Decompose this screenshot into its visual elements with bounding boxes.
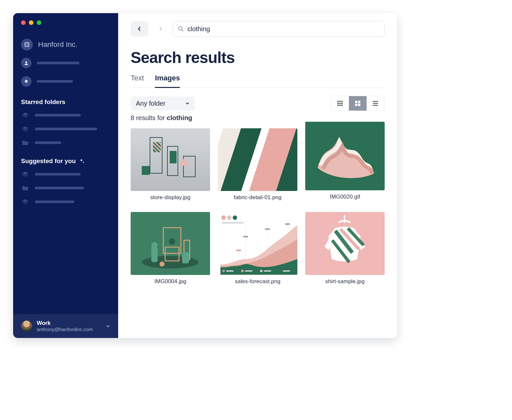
result-filename: shirt-sample.jpg xyxy=(325,278,365,285)
view-grid-small-button[interactable] xyxy=(331,96,349,111)
controls-row: Any folder xyxy=(131,96,385,111)
suggested-item[interactable] xyxy=(13,181,118,195)
sidebar-item-starred[interactable] xyxy=(13,72,118,91)
sidebar-item-label xyxy=(35,187,84,189)
svg-rect-36 xyxy=(243,236,248,238)
svg-rect-10 xyxy=(337,103,339,104)
avatar xyxy=(21,321,32,332)
close-window-button[interactable] xyxy=(21,20,26,25)
svg-point-6 xyxy=(179,27,182,30)
sidebar-item-people[interactable] xyxy=(13,54,118,72)
result-filename: sales-forecast.png xyxy=(235,278,281,285)
nav-back-button[interactable] xyxy=(131,21,148,37)
results-grid: store-display.jpg fabric-detail-01.png xyxy=(131,128,385,285)
result-card[interactable]: sales-forecast.png xyxy=(218,212,297,284)
chevron-left-icon xyxy=(138,26,141,32)
stack-icon xyxy=(21,125,30,133)
section-header-starred: Starred folders xyxy=(13,91,118,108)
svg-rect-13 xyxy=(337,105,339,106)
sidebar-item-label xyxy=(35,114,81,116)
svg-rect-47 xyxy=(283,270,290,272)
result-card[interactable]: IMG0004.jpg xyxy=(131,212,210,284)
result-thumbnail xyxy=(305,212,385,275)
folder-icon xyxy=(21,139,30,146)
svg-point-46 xyxy=(279,270,282,272)
svg-rect-32 xyxy=(222,222,244,224)
svg-rect-45 xyxy=(264,270,271,272)
svg-rect-19 xyxy=(358,104,360,106)
svg-point-29 xyxy=(222,216,226,220)
svg-point-31 xyxy=(233,216,237,220)
workspace-email: anthony@hanfordinc.com xyxy=(37,326,101,332)
result-thumbnail xyxy=(218,128,297,191)
result-filename: IMG0004.jpg xyxy=(154,278,186,285)
result-type-tabs: Text Images xyxy=(131,73,385,88)
workspace-info: Work anthony@hanfordinc.com xyxy=(37,320,101,332)
chevron-down-icon xyxy=(106,324,110,328)
svg-rect-11 xyxy=(339,103,341,104)
svg-rect-18 xyxy=(355,104,357,106)
sidebar: Hanford Inc. Starred folders xyxy=(13,13,118,338)
sidebar-item-label xyxy=(35,173,81,176)
suggested-item[interactable] xyxy=(13,195,118,209)
section-header-label: Starred folders xyxy=(21,98,65,106)
result-card[interactable]: store-display.jpg xyxy=(131,128,210,201)
svg-rect-41 xyxy=(226,270,234,272)
tab-images[interactable]: Images xyxy=(155,73,180,88)
svg-rect-43 xyxy=(245,270,252,272)
svg-rect-0 xyxy=(25,43,29,47)
svg-point-40 xyxy=(222,270,225,272)
sidebar-item-label xyxy=(37,62,79,64)
result-card[interactable]: shirt-sample.jpg xyxy=(305,212,385,284)
svg-point-44 xyxy=(260,270,263,272)
result-card[interactable]: IMG0020.gif xyxy=(305,122,385,201)
section-header-suggested: Suggested for you xyxy=(13,150,118,167)
stack-icon xyxy=(21,171,30,178)
org-name: Hanford Inc. xyxy=(38,40,77,49)
svg-point-23 xyxy=(169,239,175,245)
svg-rect-1 xyxy=(26,44,27,44)
sidebar-item-label xyxy=(35,128,97,130)
svg-rect-39 xyxy=(236,250,241,251)
results-summary: 8 results for clothing xyxy=(131,114,385,122)
org-row[interactable]: Hanford Inc. xyxy=(13,25,118,54)
list-icon xyxy=(372,101,379,106)
svg-point-42 xyxy=(241,270,244,272)
svg-point-30 xyxy=(227,216,231,220)
minimize-window-button[interactable] xyxy=(29,20,33,25)
result-card[interactable]: fabric-detail-01.png xyxy=(218,128,297,201)
result-thumbnail xyxy=(131,128,210,191)
results-count-text: 8 results for xyxy=(131,114,167,121)
svg-rect-8 xyxy=(339,101,341,102)
nav-forward-button[interactable] xyxy=(152,21,169,37)
folder-filter-label: Any folder xyxy=(136,100,165,107)
svg-rect-17 xyxy=(358,101,360,103)
svg-rect-14 xyxy=(339,105,341,106)
grid-small-icon xyxy=(337,100,343,106)
result-thumbnail xyxy=(131,212,210,275)
workspace-switcher[interactable]: Work anthony@hanfordinc.com xyxy=(13,314,118,338)
tab-text[interactable]: Text xyxy=(131,73,144,88)
view-list-button[interactable] xyxy=(367,96,384,111)
chevron-right-icon xyxy=(159,26,162,32)
suggested-item[interactable] xyxy=(13,167,118,181)
main-content: Search results Text Images Any folder xyxy=(118,13,397,338)
folder-filter-select[interactable]: Any folder xyxy=(131,96,195,111)
zoom-window-button[interactable] xyxy=(37,20,41,25)
app-window: Hanford Inc. Starred folders xyxy=(13,13,397,338)
search-field[interactable] xyxy=(173,21,385,37)
window-traffic-lights xyxy=(13,13,118,25)
view-grid-large-button[interactable] xyxy=(349,96,367,111)
svg-rect-12 xyxy=(341,103,343,104)
starred-folder-item[interactable] xyxy=(13,136,118,150)
result-filename: store-display.jpg xyxy=(150,194,191,201)
view-toggle xyxy=(331,96,385,111)
workspace-name: Work xyxy=(37,320,101,326)
search-input[interactable] xyxy=(187,25,380,33)
sparkle-icon xyxy=(79,158,85,164)
starred-folder-item[interactable] xyxy=(13,108,118,122)
starred-folder-item[interactable] xyxy=(13,122,118,136)
stack-icon xyxy=(21,198,30,205)
result-thumbnail xyxy=(218,212,297,275)
grid-large-icon xyxy=(355,100,361,106)
